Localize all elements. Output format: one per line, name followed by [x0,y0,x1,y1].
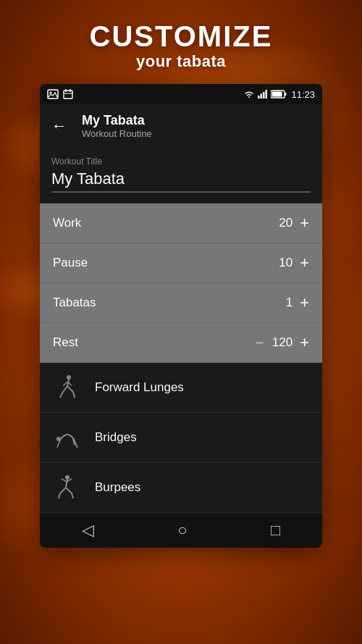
bridges-icon [51,422,83,453]
svg-rect-6 [258,96,260,99]
exercise-row-lunges[interactable]: Forward Lunges [40,363,322,413]
svg-rect-7 [261,94,263,99]
app-bar-title: My Tabata [82,113,152,128]
svg-line-29 [62,479,67,482]
setting-label-work: Work [53,216,81,230]
status-bar: 11:23 [40,84,322,104]
svg-line-19 [63,382,67,386]
nav-bar: ◁ ○ □ [40,513,322,548]
setting-row-work: Work 20 + [40,204,322,243]
rest-minus-button[interactable]: − [255,335,264,350]
app-bar-subtitle: Workout Routine [82,128,152,139]
svg-line-33 [66,488,72,493]
workout-title-label: Workout Title [51,156,311,167]
svg-line-26 [57,443,59,448]
page-header: CUSTOMIZE your tabata [0,0,362,84]
app-bar: ← My Tabata Workout Routine [40,104,322,148]
tabatas-plus-button[interactable]: + [300,295,309,311]
svg-line-17 [63,386,67,392]
rest-plus-button[interactable]: + [300,335,309,351]
signal-icon [258,90,268,99]
svg-line-18 [60,392,63,398]
app-bar-title-block: My Tabata Workout Routine [82,113,152,139]
setting-row-pause: Pause 10 + [40,243,322,283]
exercise-name-lunges: Forward Lunges [95,380,184,395]
workout-title-input[interactable] [51,170,311,193]
svg-line-32 [59,493,60,498]
wifi-icon [243,90,255,99]
setting-value-tabatas: 1 [271,296,292,310]
svg-line-34 [72,493,73,498]
svg-line-31 [60,488,66,493]
svg-rect-0 [48,90,58,99]
setting-controls-rest: − 120 + [255,335,309,351]
setting-controls-pause: 10 + [271,255,309,271]
exercise-row-burpees[interactable]: Burpees [40,463,322,513]
setting-row-rest: Rest − 120 + [40,323,322,363]
nav-recent-button[interactable]: □ [256,515,295,545]
status-bar-right: 11:23 [243,89,315,100]
setting-controls-work: 20 + [271,215,309,231]
nav-home-button[interactable]: ○ [163,515,201,545]
customize-heading: CUSTOMIZE [0,20,362,52]
battery-icon [271,90,287,99]
svg-point-27 [65,475,70,480]
lunges-icon [51,372,83,403]
settings-section: Work 20 + Pause 10 + Tabatas 1 + Rest − [40,204,322,363]
setting-value-rest: 120 [271,335,292,350]
exercise-name-bridges: Bridges [95,430,137,445]
svg-rect-11 [285,93,287,96]
svg-point-13 [67,375,71,380]
tabata-subtitle: your tabata [0,52,362,71]
phone-frame: 11:23 ← My Tabata Workout Routine Workou… [40,84,322,548]
burpees-icon [51,472,83,503]
status-time: 11:23 [291,89,315,100]
setting-label-pause: Pause [53,256,88,270]
exercise-name-burpees: Burpees [95,480,140,495]
exercises-section: Forward Lunges [40,363,322,513]
setting-row-tabatas: Tabatas 1 + [40,283,322,323]
svg-line-16 [73,392,75,398]
svg-rect-2 [64,91,72,99]
setting-label-tabatas: Tabatas [53,296,96,310]
svg-point-1 [50,92,52,94]
svg-rect-8 [263,92,265,99]
setting-label-rest: Rest [53,335,78,350]
workout-title-section: Workout Title [40,148,322,204]
svg-rect-9 [266,90,268,99]
setting-value-pause: 10 [271,256,292,270]
work-plus-button[interactable]: + [300,215,309,231]
svg-rect-12 [272,92,282,97]
nav-back-button[interactable]: ◁ [67,515,109,545]
back-button[interactable]: ← [51,117,67,135]
svg-line-23 [76,445,77,448]
svg-line-28 [66,480,67,488]
svg-line-15 [67,386,73,392]
calendar-icon [63,89,73,99]
status-bar-left [47,89,73,99]
setting-value-work: 20 [271,216,292,230]
image-icon [47,89,59,99]
pause-plus-button[interactable]: + [300,255,309,271]
exercise-row-bridges[interactable]: Bridges [40,413,322,463]
setting-controls-tabatas: 1 + [271,295,309,311]
